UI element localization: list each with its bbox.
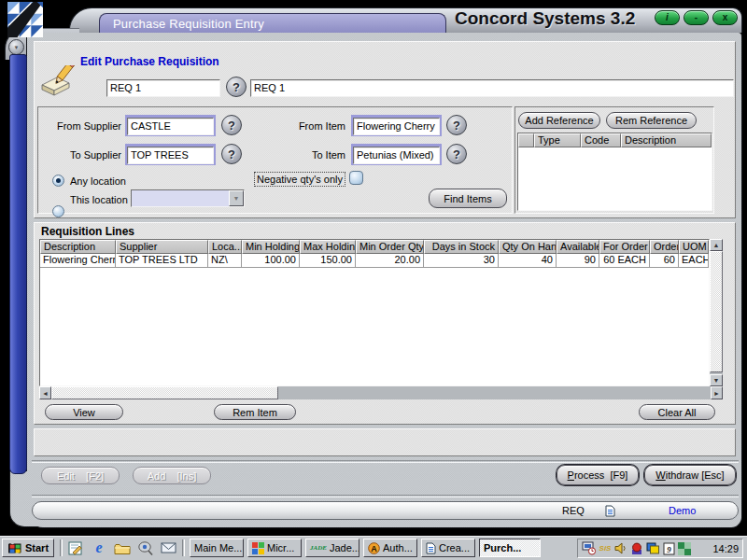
scroll-down-icon[interactable]: ▼ [710,374,723,386]
task-button-purch[interactable]: Purch... [479,539,541,557]
to-supplier-help-button[interactable]: ? [221,144,242,164]
calendar-icon[interactable]: 9 [661,541,676,556]
status-bar [32,501,739,520]
ref-column-header-1[interactable]: Type [534,133,581,147]
to-item-help-button[interactable]: ? [446,144,467,164]
req-cell-2: NZ\ [208,254,242,267]
req-cell-3: 100.00 [242,254,300,267]
tray-icons: SiS9 [582,541,692,556]
internet-explorer-icon[interactable]: e [89,539,109,557]
req-column-header-2[interactable]: Loca... [208,240,242,254]
req-column-header-5[interactable]: Min Order Qty [356,240,424,254]
horizontal-scroll-thumb[interactable] [51,386,278,399]
radio-any-location[interactable] [52,175,64,187]
from-supplier-input[interactable] [127,118,214,135]
req-cell-10: 60 [650,254,679,267]
divider [32,495,739,497]
ref-grid-header: TypeCodeDescription [518,133,712,147]
add-reference-button[interactable]: Add Reference [518,112,600,129]
req-column-header-8[interactable]: Available [557,240,599,254]
radio-this-location[interactable] [52,205,64,217]
ref-column-header-3[interactable]: Description [621,133,712,147]
from-item-field-wrap [351,115,442,136]
to-supplier-input[interactable] [127,147,214,164]
from-item-input[interactable] [353,118,440,135]
close-button[interactable]: x [712,10,738,25]
agent-icon[interactable] [629,541,644,556]
req-column-header-4[interactable]: Max Holding [300,240,356,254]
scroll-left-icon[interactable]: ◄ [39,386,51,399]
add-button[interactable]: Add [Ins] [133,467,211,484]
taskbar-separator [60,539,63,556]
requisition-description-input[interactable] [250,79,734,97]
this-location-label[interactable]: This location [70,193,128,206]
withdraw-button[interactable]: Withdraw [Esc] [644,465,736,485]
edit-note-pencil-icon [39,65,78,99]
start-button[interactable]: Start [2,539,54,557]
task-label: Jade... [330,542,359,553]
from-supplier-help-button[interactable]: ? [221,115,242,135]
rem-item-button[interactable]: Rem Item [214,404,296,420]
mail-icon[interactable] [159,539,179,557]
minimize-button[interactable]: - [684,10,709,25]
clear-all-button[interactable]: Clear All [639,404,715,420]
task-button-crea[interactable]: Crea... [421,539,475,557]
scroll-up-icon[interactable]: ▲ [710,239,723,251]
triangle-icon: ▼ [14,45,20,50]
edit-button[interactable]: Edit [F2] [41,467,120,484]
question-icon: ? [228,147,235,161]
info-button[interactable]: i [655,10,680,25]
document-icon [426,542,436,554]
process-button[interactable]: Process [F9] [557,465,639,485]
volume-icon[interactable] [613,541,628,556]
sis-icon[interactable]: SiS [598,541,613,556]
any-location-label[interactable]: Any location [70,175,126,188]
req-column-header-0[interactable]: Description [40,240,116,254]
find-items-button[interactable]: Find Items [429,189,507,208]
svg-text:9: 9 [667,545,671,554]
req-column-header-7[interactable]: Qty On Hand [499,240,557,254]
message-panel [34,428,736,456]
window-collapse-button[interactable]: ▼ [8,39,24,55]
to-item-input[interactable] [353,147,440,164]
minimize-icon: - [695,13,698,22]
scroll-right-icon[interactable]: ► [711,386,723,399]
requisition-description-field-wrap [250,78,734,96]
req-column-header-6[interactable]: Days in Stock [424,240,499,254]
requisition-code-input[interactable] [106,79,220,97]
chevron-down-icon[interactable]: ▼ [229,190,244,206]
table-row[interactable]: Flowering Cherr...TOP TREES LTDNZ\100.00… [40,254,709,268]
taskbar-separator [182,539,185,556]
jade-checker-icon[interactable] [677,541,692,556]
display-icon[interactable] [645,541,660,556]
view-button[interactable]: View [45,404,123,420]
task-button-micr[interactable]: Micr... [247,539,302,557]
notes-icon[interactable] [65,539,86,557]
req-column-header-11[interactable]: UOM [679,240,709,254]
folder-icon[interactable] [112,539,133,557]
ref-column-header-0[interactable] [518,133,534,147]
negative-qty-label[interactable]: Negative qty's only [254,172,345,187]
negative-qty-checkbox[interactable] [349,171,363,185]
from-item-help-button[interactable]: ? [446,115,467,135]
ref-column-header-2[interactable]: Code [581,133,621,147]
vertical-scroll-thumb[interactable] [710,251,723,372]
horizontal-scrollbar[interactable]: ◄ ► [39,386,723,399]
task-button-auth[interactable]: AAuth... [363,539,417,557]
req-column-header-9[interactable]: For Order [599,240,650,254]
task-button-mainme[interactable]: Main Me... [190,539,244,557]
scheduler-icon[interactable] [582,541,597,556]
close-icon: x [723,13,728,22]
req-column-header-1[interactable]: Supplier [116,240,208,254]
to-supplier-label: To Supplier [41,148,121,161]
req-column-header-10[interactable]: Order [650,240,679,254]
task-button-jade[interactable]: JADEJade... [305,539,359,557]
tab-purchase-requisition-entry[interactable]: Purchase Requisition Entry [99,13,446,33]
vertical-scrollbar[interactable]: ▲ ▼ [710,239,723,386]
requisition-help-button[interactable]: ? [226,77,247,97]
req-column-header-3[interactable]: Min Holding [242,240,300,254]
req-cell-11: EACH [679,254,709,267]
rem-reference-button[interactable]: Rem Reference [606,112,697,129]
this-location-dropdown[interactable]: ▼ [131,189,245,207]
satellite-icon[interactable] [135,539,156,557]
